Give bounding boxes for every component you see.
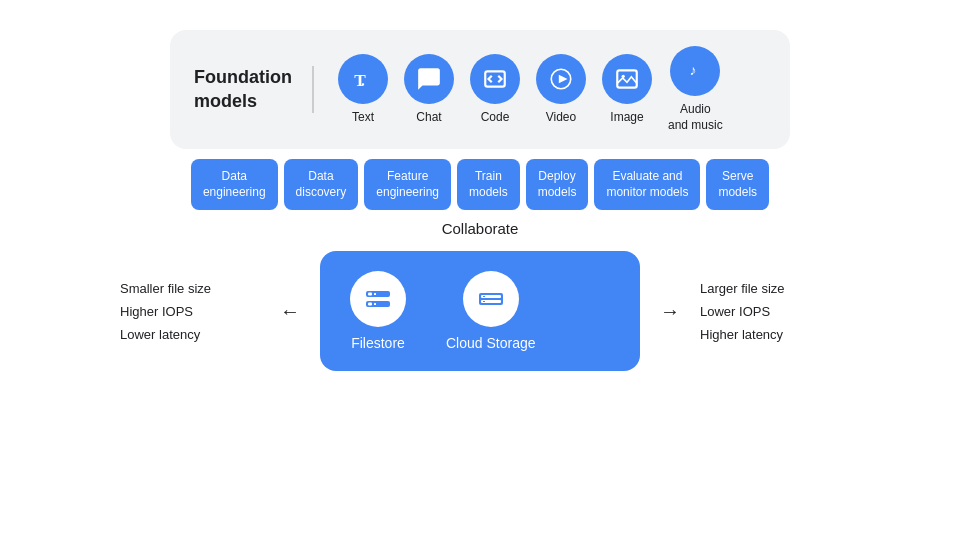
svg-text:T: T <box>354 70 366 89</box>
cloud-storage-label: Cloud Storage <box>446 335 536 351</box>
storage-item-cloud: Cloud Storage <box>446 271 536 351</box>
main-container: Foundationmodels T Text Chat <box>0 0 960 540</box>
svg-rect-17 <box>483 296 485 297</box>
chat-icon <box>404 54 454 104</box>
left-label-2: Higher IOPS <box>120 304 260 319</box>
image-icon <box>602 54 652 104</box>
svg-rect-14 <box>479 293 503 305</box>
right-label-2: Lower IOPS <box>700 304 840 319</box>
code-icon <box>470 54 520 104</box>
foundation-section: Foundationmodels T Text Chat <box>170 30 790 149</box>
text-label: Text <box>352 110 374 126</box>
pipeline-train-models: Trainmodels <box>457 159 520 210</box>
pipeline-evaluate-models: Evaluate andmonitor models <box>594 159 700 210</box>
pipeline-data-engineering: Dataengineering <box>191 159 278 210</box>
pipeline-section: Dataengineering Datadiscovery Featureeng… <box>191 159 769 210</box>
icon-item-image: Image <box>602 54 652 126</box>
filestore-icon <box>350 271 406 327</box>
svg-rect-18 <box>483 301 485 302</box>
right-label-1: Larger file size <box>700 281 840 296</box>
storage-box: Filestore Cloud Storage <box>320 251 640 371</box>
storage-item-filestore: Filestore <box>350 271 406 351</box>
left-label-3: Lower latency <box>120 327 260 342</box>
pipeline-data-discovery: Datadiscovery <box>284 159 359 210</box>
storage-section: Smaller file size Higher IOPS Lower late… <box>40 251 920 371</box>
video-icon <box>536 54 586 104</box>
cloud-storage-icon <box>463 271 519 327</box>
foundation-title: Foundationmodels <box>194 66 314 113</box>
arrow-right <box>660 300 680 323</box>
pipeline-serve-models: Servemodels <box>706 159 769 210</box>
storage-right-labels: Larger file size Lower IOPS Higher laten… <box>700 281 840 342</box>
collaborate-label: Collaborate <box>442 220 519 237</box>
video-label: Video <box>546 110 576 126</box>
svg-text:♪: ♪ <box>690 62 697 78</box>
svg-rect-11 <box>368 303 372 306</box>
svg-marker-4 <box>559 74 568 83</box>
filestore-label: Filestore <box>351 335 405 351</box>
icon-item-video: Video <box>536 54 586 126</box>
image-label: Image <box>610 110 643 126</box>
left-label-1: Smaller file size <box>120 281 260 296</box>
icon-item-audio: ♪ Audioand music <box>668 46 723 133</box>
icon-item-code: Code <box>470 54 520 126</box>
audio-label: Audioand music <box>668 102 723 133</box>
audio-icon: ♪ <box>670 46 720 96</box>
right-label-3: Higher latency <box>700 327 840 342</box>
chat-label: Chat <box>416 110 441 126</box>
icon-item-text: T Text <box>338 54 388 126</box>
pipeline-feature-engineering: Featureengineering <box>364 159 451 210</box>
storage-left-labels: Smaller file size Higher IOPS Lower late… <box>120 281 260 342</box>
svg-rect-13 <box>374 303 376 305</box>
icon-item-chat: Chat <box>404 54 454 126</box>
text-icon: T <box>338 54 388 104</box>
pipeline-deploy-models: Deploymodels <box>526 159 589 210</box>
svg-rect-10 <box>368 293 372 296</box>
arrow-left <box>280 300 300 323</box>
foundation-icons: T Text Chat <box>314 46 723 133</box>
svg-rect-12 <box>374 293 376 295</box>
code-label: Code <box>481 110 510 126</box>
